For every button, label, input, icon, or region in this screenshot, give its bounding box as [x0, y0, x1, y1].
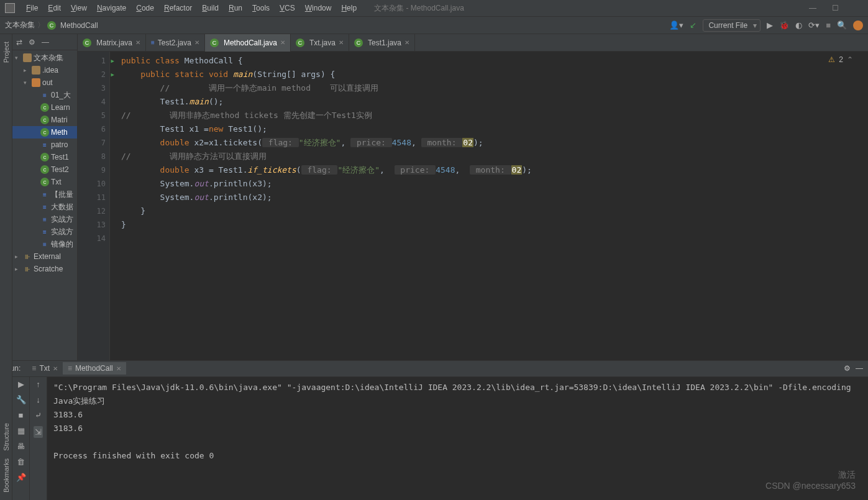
- tree-item[interactable]: CTest1: [12, 151, 77, 163]
- run-header: Run: ≡Txt✕≡MethodCall✕ ⚙ —: [0, 361, 868, 377]
- left-bottom-strip: Structure Bookmarks: [0, 360, 12, 500]
- project-toolwindow-button[interactable]: Project: [2, 42, 10, 63]
- menu-view[interactable]: View: [66, 2, 92, 14]
- tree-item[interactable]: ≡patro: [12, 139, 77, 151]
- class-icon: C: [47, 21, 56, 30]
- tree-item[interactable]: ▸.idea: [12, 64, 77, 76]
- tree-item[interactable]: ▸⊪Scratche: [12, 263, 77, 275]
- avatar[interactable]: [853, 20, 863, 30]
- run-toolbar-1: ▶ 🔧 ■ ▦ 🖶 🗑 📌: [12, 377, 30, 500]
- tree-item[interactable]: ▸⊪External: [12, 250, 77, 263]
- up-icon[interactable]: ↑: [36, 380, 40, 389]
- rerun-icon[interactable]: ▶: [18, 380, 24, 389]
- line-number: 3: [78, 81, 106, 95]
- layout-icon[interactable]: ▦: [17, 426, 25, 435]
- minimize-icon[interactable]: —: [807, 4, 818, 12]
- editor-tab[interactable]: CTxt.java✕: [291, 34, 349, 52]
- update-icon[interactable]: ↙: [690, 20, 697, 30]
- run-gutter-icon[interactable]: ▶: [111, 54, 114, 68]
- run-panel: Run: ≡Txt✕≡MethodCall✕ ⚙ — ▶ 🔧 ■ ▦ 🖶 🗑 📌…: [0, 360, 868, 500]
- menu-vcs[interactable]: VCS: [275, 2, 300, 14]
- menu-build[interactable]: Build: [197, 2, 224, 14]
- run-tab[interactable]: ≡Txt✕: [27, 362, 63, 375]
- run-icon[interactable]: ▶: [767, 20, 773, 30]
- inspection-widget[interactable]: ⚠ 2 ⌃: [828, 55, 853, 64]
- tree-item[interactable]: CMatri: [12, 114, 77, 126]
- tree-item[interactable]: ≡【批量: [12, 188, 77, 201]
- gutter: 1▶2▶34567891011121314: [78, 52, 110, 360]
- chevron-up-icon[interactable]: ⌃: [847, 55, 853, 64]
- editor-area: CMatrix.java✕≡Test2.java✕CMethodCall.jav…: [78, 34, 868, 360]
- main-area: Project ⇄ ⚙ — ▾文本杂集▸.idea▾out≡01_大CLearn…: [0, 34, 868, 360]
- tree-item[interactable]: CLearn: [12, 101, 77, 114]
- profile-icon[interactable]: ⟳▾: [808, 20, 820, 30]
- breadcrumb-root[interactable]: 文本杂集: [5, 20, 35, 30]
- tree-item[interactable]: ≡实战方: [12, 225, 77, 238]
- menu-run[interactable]: Run: [224, 2, 247, 14]
- menu-code[interactable]: Code: [131, 2, 159, 14]
- line-number: 11: [78, 191, 106, 204]
- bookmarks-toolwindow-button[interactable]: Bookmarks: [2, 458, 10, 493]
- tree-item[interactable]: CTxt: [12, 176, 77, 188]
- menu-edit[interactable]: Edit: [43, 2, 66, 14]
- console-output[interactable]: "C:\Program Files\Java\jdk-11.0.6\bin\ja…: [47, 377, 868, 500]
- menu-file[interactable]: File: [21, 2, 43, 14]
- tree-item[interactable]: ≡镜像的: [12, 238, 77, 250]
- debug-icon[interactable]: 🐞: [779, 20, 789, 30]
- editor-tab[interactable]: ≡Test2.java✕: [146, 34, 205, 52]
- editor-tab[interactable]: CTest1.java✕: [349, 34, 415, 52]
- project-tree[interactable]: ▾文本杂集▸.idea▾out≡01_大CLearnCMatriCMeth≡pa…: [12, 50, 77, 276]
- left-toolstrip: Project: [0, 34, 12, 360]
- print-icon[interactable]: 🖶: [17, 442, 25, 451]
- close-tab-icon[interactable]: ✕: [280, 39, 285, 46]
- close-tab-icon[interactable]: ✕: [339, 39, 344, 46]
- close-tab-icon[interactable]: ✕: [135, 39, 140, 46]
- tree-item[interactable]: CMeth: [12, 126, 77, 139]
- wrench-icon[interactable]: 🔧: [16, 395, 26, 404]
- tree-item[interactable]: ≡大数据: [12, 201, 77, 213]
- maximize-icon[interactable]: ☐: [829, 4, 841, 12]
- user-dropdown-icon[interactable]: 👤▾: [669, 20, 683, 30]
- menu-help[interactable]: Help: [336, 2, 362, 14]
- editor-tab[interactable]: CMethodCall.java✕: [205, 34, 291, 52]
- search-icon[interactable]: 🔍: [837, 20, 847, 30]
- tree-item[interactable]: ≡实战方: [12, 213, 77, 225]
- select-target-icon[interactable]: ⇄: [16, 38, 22, 47]
- run-gutter-icon[interactable]: ▶: [111, 68, 114, 81]
- run-config-selector[interactable]: Current File: [703, 19, 761, 32]
- menu-navigate[interactable]: Navigate: [92, 2, 131, 14]
- tree-item[interactable]: CTest2: [12, 163, 77, 176]
- stop-icon[interactable]: ■: [826, 20, 831, 30]
- app-icon: [5, 3, 15, 13]
- line-number: 6: [78, 122, 106, 136]
- tree-item[interactable]: ▾文本杂集: [12, 52, 77, 64]
- coverage-icon[interactable]: ◐: [795, 20, 802, 30]
- structure-toolwindow-button[interactable]: Structure: [2, 423, 10, 451]
- menu-refactor[interactable]: Refactor: [159, 2, 197, 14]
- delete-icon[interactable]: 🗑: [17, 457, 25, 466]
- gear-icon[interactable]: ⚙: [29, 38, 35, 47]
- run-tab[interactable]: ≡MethodCall✕: [63, 362, 126, 375]
- menu-tools[interactable]: Tools: [247, 2, 275, 14]
- breadcrumb-file[interactable]: MethodCall: [60, 21, 98, 30]
- down-icon[interactable]: ↓: [36, 395, 40, 404]
- editor-tab[interactable]: CMatrix.java✕: [78, 34, 146, 52]
- line-number: 10: [78, 177, 106, 191]
- code-editor[interactable]: public class MethodCall { public static …: [110, 52, 868, 360]
- close-tab-icon[interactable]: ✕: [194, 39, 199, 46]
- pin-icon[interactable]: 📌: [16, 473, 26, 482]
- stop-run-icon[interactable]: ■: [19, 411, 24, 420]
- watermark: 激活 CSDN @necessary653: [765, 470, 856, 491]
- tree-item[interactable]: ▾out: [12, 76, 77, 89]
- menu-window[interactable]: Window: [300, 2, 337, 14]
- collapse-icon[interactable]: —: [42, 38, 49, 47]
- line-number: 4: [78, 95, 106, 109]
- run-gear-icon[interactable]: ⚙: [844, 364, 851, 373]
- tree-item[interactable]: ≡01_大: [12, 89, 77, 101]
- run-hide-icon[interactable]: —: [856, 364, 863, 373]
- line-number: 5: [78, 109, 106, 122]
- softwrap-icon[interactable]: ⤶: [35, 411, 42, 420]
- close-icon[interactable]: [852, 4, 863, 12]
- scroll-end-icon[interactable]: ⇲: [34, 426, 43, 438]
- close-tab-icon[interactable]: ✕: [404, 39, 409, 46]
